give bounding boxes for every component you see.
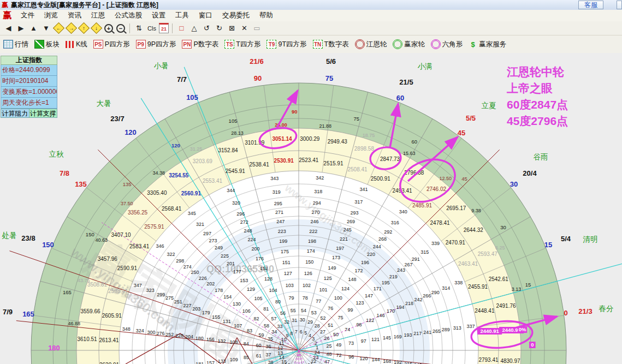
menu-item-6[interactable]: 工具 (175, 11, 189, 20)
toolbar2-item-赢家服务[interactable]: $赢家服务 (469, 40, 506, 49)
zoom-in-icon[interactable]: + (104, 24, 113, 33)
forward-icon[interactable]: ▶ (15, 23, 27, 33)
integer-spiral-label: 24 (315, 350, 320, 355)
integer-spiral-label: 83 (247, 328, 252, 333)
cls-button[interactable]: Cls (146, 23, 158, 33)
integer-spiral-label: 133 (218, 359, 226, 364)
toolbar2-item-六角形[interactable]: 六角形 (431, 39, 463, 49)
outer-label-45: 45 (458, 129, 465, 137)
square-tool-icon[interactable]: □ (176, 23, 187, 33)
outer-label-处暑: 处暑 (2, 231, 17, 240)
menu-item-2[interactable]: 资讯 (68, 11, 81, 20)
menu-item-3[interactable]: 江恩 (91, 11, 105, 20)
down-icon-glyph: ▼ (43, 24, 50, 32)
updown-arrows-icon[interactable]: ⇅ (133, 23, 145, 33)
screen-tool-icon[interactable]: ▭ (251, 23, 263, 33)
integer-spiral-label: 96 (348, 354, 354, 360)
outer-label-7/7: 7/7 (177, 75, 187, 83)
price-ring-b-label: 2590.91 (117, 265, 138, 271)
toolbar2-label: 赢家轮 (404, 40, 425, 49)
integer-spiral-label: 153 (240, 278, 248, 283)
integer-spiral-label: 37 (266, 352, 271, 357)
customer-service-button[interactable]: 客服 (578, 1, 603, 9)
back-icon[interactable]: ◀ (3, 23, 14, 33)
integer-spiral-label: 29 (307, 319, 313, 325)
outer-label-120: 120 (125, 128, 137, 136)
diamond-up-icon-glyph: ↑ (82, 25, 85, 31)
xbox-tool-icon[interactable]: ⊠ (226, 23, 238, 33)
rotate-cw-icon[interactable]: ↻ (214, 23, 225, 33)
integer-spiral-label: 170 (387, 308, 395, 314)
toolbar2-item-P数字表[interactable]: PNP数字表 (182, 40, 218, 49)
price-ring-a-label: 2644.32 (464, 227, 484, 233)
xbox-tool-icon-glyph: ⊠ (229, 24, 235, 32)
calc-support-button[interactable]: 计算支撑 (29, 109, 58, 118)
toolbar2-item-行情[interactable]: 行情 (3, 40, 28, 49)
diamond-down-icon[interactable]: ↓ (91, 22, 102, 34)
toolbar2-label: P四方形 (105, 40, 130, 49)
toolbar2-item-江恩轮[interactable]: 江恩轮 (355, 39, 387, 49)
highlight-box-value: 2440.91 (480, 328, 499, 334)
integer-spiral-label: 245 (343, 227, 352, 232)
integer-spiral-label: 154 (223, 294, 232, 300)
toolbar2-item-K线[interactable]: K线 (66, 40, 87, 49)
outer-label-大暑: 大暑 (97, 99, 111, 108)
integer-spiral-label: 300 (147, 330, 156, 335)
diamond-up-icon[interactable]: ↑ (78, 22, 90, 34)
up-icon[interactable]: ▲ (28, 23, 39, 33)
toolbar2-item-板块[interactable]: 板块 (34, 40, 60, 49)
integer-spiral-label: 171 (374, 286, 382, 291)
integer-spiral-label: 97 (361, 338, 366, 344)
diamond-left-icon[interactable]: ← (53, 22, 64, 34)
rotate-ccw-icon[interactable]: ↺ (201, 23, 212, 33)
calc-resistance-button[interactable]: 计算阻力 (1, 109, 29, 118)
highlight-box-value: 0% (519, 326, 526, 332)
menu-item-8[interactable]: 交易委托 (222, 11, 250, 20)
toolbar2-item-9P四方形[interactable]: P99P四方形 (136, 40, 176, 49)
integer-spiral-label: 228 (175, 333, 183, 338)
diamond-right-icon[interactable]: → (66, 22, 77, 34)
cross-tool-icon-glyph: ✕ (241, 24, 247, 32)
outer-label-7/8: 7/8 (60, 169, 69, 177)
integer-spiral-label: 274 (183, 264, 192, 270)
ps-icon: PS (93, 40, 103, 49)
triangle-tool-icon[interactable]: △ (188, 23, 200, 33)
menu-item-0[interactable]: 文件 (21, 11, 34, 20)
menu-item-4[interactable]: 公式选股 (115, 11, 142, 20)
quote-panel-row-2: 变换系数=1.000000 (1, 87, 57, 98)
menu-item-1[interactable]: 浏览 (44, 11, 58, 20)
price-ring-b-label: 2448.41 (475, 308, 495, 314)
integer-spiral-label: 223 (278, 229, 286, 234)
down-icon[interactable]: ▼ (40, 23, 52, 33)
toolbar2-label: 板块 (46, 40, 60, 49)
menu-item-7[interactable]: 窗口 (199, 11, 212, 20)
toolbar2-item-P四方形[interactable]: PSP四方形 (93, 40, 130, 49)
toolbar-separator (129, 23, 130, 33)
integer-spiral-label: 125 (324, 276, 332, 281)
degree-ring-label: 150 (86, 231, 94, 237)
sectors-icon (34, 40, 44, 49)
integer-spiral-label: 151 (282, 260, 291, 265)
integer-spiral-label: 106 (242, 308, 251, 314)
integer-spiral-label: 200 (252, 246, 260, 252)
calendar-icon[interactable]: 21 (159, 23, 169, 33)
degree-ring-label: 30 (500, 224, 506, 230)
integer-spiral-label: 289 (442, 327, 450, 332)
outer-label-23/8: 23/8 (21, 234, 35, 242)
cross-tool-icon[interactable]: ✕ (239, 23, 250, 33)
toolbar2-item-T数字表[interactable]: TNT数字表 (313, 40, 349, 49)
integer-spiral-label: 122 (366, 318, 374, 323)
zoom-out-icon[interactable]: − (116, 24, 125, 33)
menu-item-5[interactable]: 设置 (152, 11, 165, 20)
outer-label-谷雨: 谷雨 (534, 153, 548, 161)
integer-spiral-label: 242 (414, 297, 423, 302)
toolbar2-item-T四方形[interactable]: TST四方形 (224, 40, 260, 49)
integer-spiral-label: 147 (365, 293, 373, 299)
integer-spiral-label: 33 (277, 324, 283, 329)
edge-partial-button[interactable] (617, 1, 622, 9)
toolbar2-item-9T四方形[interactable]: T99T四方形 (266, 40, 306, 49)
integer-spiral-label: 128 (264, 276, 273, 282)
menu-item-9[interactable]: 帮助 (259, 11, 273, 20)
diamond-left-icon-glyph: ← (56, 25, 62, 31)
toolbar2-item-赢家轮[interactable]: 赢家轮 (393, 39, 425, 49)
